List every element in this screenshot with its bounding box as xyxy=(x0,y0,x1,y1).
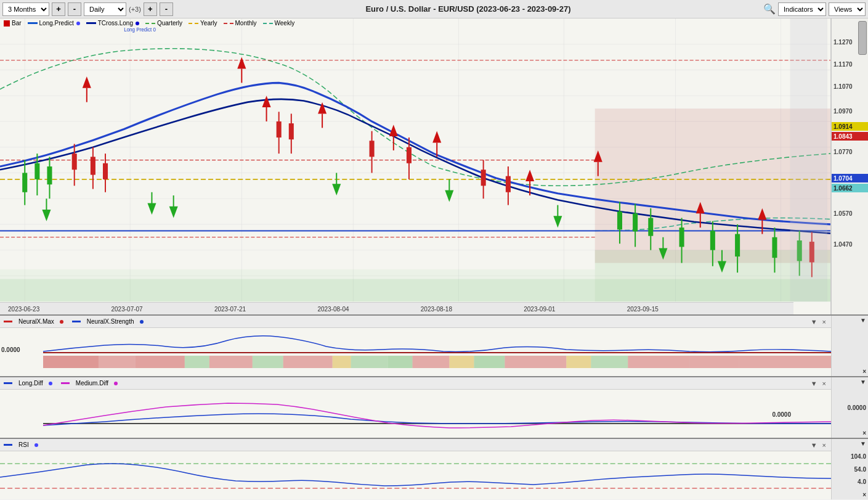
legend-weekly-label: Weekly xyxy=(275,20,295,27)
rsi-high-label: 104.0 xyxy=(851,453,866,460)
svg-rect-73 xyxy=(91,157,95,174)
period-add-button[interactable]: + xyxy=(52,2,65,16)
main-chart-svg: Long Predict 0 xyxy=(0,18,830,314)
quarterly-color xyxy=(145,23,155,24)
svg-rect-138 xyxy=(333,356,351,368)
legend-yearly: Yearly xyxy=(189,20,217,27)
svg-rect-81 xyxy=(370,141,375,157)
svg-rect-106 xyxy=(790,18,827,301)
svg-text:1.0704: 1.0704 xyxy=(834,175,853,182)
neural-collapse-btn[interactable]: ▼ xyxy=(809,318,819,326)
neural-collapse-right[interactable]: ▼ xyxy=(860,317,866,324)
chart-title: Euro / U.S. Dollar - EUR/USD (2023-06-23… xyxy=(176,4,761,14)
svg-rect-135 xyxy=(209,356,253,368)
diff-close-btn[interactable]: × xyxy=(821,380,827,387)
price-axis: 1.1270 1.1170 1.1070 1.0970 1.0914 1.084… xyxy=(831,18,868,314)
rsi-right: ▼ 104.0 54.0 4.0 × xyxy=(831,439,868,499)
period-sub-button[interactable]: - xyxy=(68,2,81,16)
offset-sub-button[interactable]: - xyxy=(160,2,173,16)
diff-collapse-right[interactable]: ▼ xyxy=(860,379,866,385)
legend-monthly: Monthly xyxy=(224,20,257,27)
svg-rect-140 xyxy=(388,356,413,368)
offset-add-button[interactable]: + xyxy=(144,2,157,16)
svg-rect-132 xyxy=(99,356,136,368)
indicators-select[interactable]: Indicators xyxy=(778,2,826,16)
diff-panel: Long.Diff Medium.Diff ▼ × 0.0000 xyxy=(0,377,831,438)
svg-text:1.0914: 1.0914 xyxy=(834,123,853,130)
svg-rect-143 xyxy=(474,356,505,368)
neural-close-right[interactable]: × xyxy=(862,368,866,375)
rsi-chart-area xyxy=(0,451,831,499)
svg-rect-107 xyxy=(0,279,830,302)
svg-text:2023-09-15: 2023-09-15 xyxy=(627,306,659,313)
diff-panel-row: Long.Diff Medium.Diff ▼ × 0.0000 ▼ 0.0 xyxy=(0,376,868,438)
svg-rect-33 xyxy=(47,166,52,184)
rsi-collapse-btn[interactable]: ▼ xyxy=(809,441,819,449)
rsi-line-icon xyxy=(4,444,12,446)
svg-rect-134 xyxy=(185,356,209,368)
mediumdiff-label: Medium.Diff xyxy=(76,380,108,387)
rsi-collapse-right[interactable]: ▼ xyxy=(860,440,866,447)
svg-rect-29 xyxy=(22,173,27,192)
chart-legend: Bar Long.Predict TCross.Long Quarterly Y… xyxy=(4,20,294,27)
svg-rect-31 xyxy=(34,163,39,179)
svg-text:1.0570: 1.0570 xyxy=(834,210,853,217)
rsi-svg xyxy=(0,451,831,499)
diff-chart-area: 0.0000 xyxy=(0,390,831,438)
neuralstrength-line-icon xyxy=(72,321,81,322)
main-chart[interactable]: Bar Long.Predict TCross.Long Quarterly Y… xyxy=(0,18,831,314)
svg-rect-71 xyxy=(72,154,77,170)
diff-zero-label: 0.0000 xyxy=(772,411,791,418)
svg-rect-95 xyxy=(679,227,684,247)
rsi-close-right[interactable]: × xyxy=(862,491,866,498)
legend-bar-label: Bar xyxy=(12,20,22,27)
tcross-color xyxy=(86,22,96,24)
svg-rect-133 xyxy=(136,356,185,368)
svg-rect-79 xyxy=(289,123,294,139)
legend-longpredict: Long.Predict xyxy=(28,20,80,27)
legend-weekly: Weekly xyxy=(263,20,295,27)
monthly-color xyxy=(224,23,233,24)
neural-controls: ▼ × xyxy=(809,318,827,326)
search-icon[interactable]: 🔍 xyxy=(763,3,776,15)
price-axis-svg: 1.1270 1.1170 1.1070 1.0970 1.0914 1.084… xyxy=(832,18,868,302)
rsi-low-label: 4.0 xyxy=(858,478,866,485)
svg-text:1.1270: 1.1270 xyxy=(834,39,853,46)
svg-text:2023-07-07: 2023-07-07 xyxy=(112,306,144,313)
rsi-panel-row: RSI ▼ × ▼ 104.0 54.0 4.0 × xyxy=(0,438,868,499)
scrollbar-thumb[interactable] xyxy=(858,21,867,55)
views-select[interactable]: Views xyxy=(829,2,866,16)
svg-rect-89 xyxy=(617,211,622,229)
timeframe-select[interactable]: Daily Weekly Monthly xyxy=(84,2,126,16)
longpredict-color xyxy=(28,22,38,24)
legend-yearly-label: Yearly xyxy=(200,20,217,27)
period-select[interactable]: 3 Months 1 Month 6 Months 1 Year xyxy=(2,2,49,16)
mediumdiff-line-icon xyxy=(61,382,70,384)
svg-text:1.0770: 1.0770 xyxy=(834,149,853,155)
legend-bar: Bar xyxy=(4,20,22,27)
svg-rect-97 xyxy=(710,231,715,250)
svg-rect-77 xyxy=(277,121,282,137)
diff-close-right[interactable]: × xyxy=(862,430,866,436)
rsi-close-btn[interactable]: × xyxy=(821,441,827,449)
diff-svg xyxy=(43,390,831,438)
neural-close-btn[interactable]: × xyxy=(821,318,827,326)
diff-collapse-btn[interactable]: ▼ xyxy=(809,380,819,387)
svg-text:Long Predict 0: Long Predict 0 xyxy=(124,27,156,33)
toolbar: 3 Months 1 Month 6 Months 1 Year + - Dai… xyxy=(0,0,868,18)
time-axis: 2023-06-23 2023-07-07 2023-07-21 2023-08… xyxy=(0,302,793,314)
diff-zero-right: 0.0000 xyxy=(847,404,866,411)
svg-rect-139 xyxy=(351,356,388,368)
svg-text:1.1170: 1.1170 xyxy=(834,61,853,68)
neuralstrength-label: NeuralX.Strength xyxy=(87,318,134,325)
rsi-mid-label: 54.0 xyxy=(854,466,866,473)
legend-quarterly: Quarterly xyxy=(145,20,182,27)
rsi-label: RSI xyxy=(18,441,29,448)
svg-text:1.0970: 1.0970 xyxy=(834,108,853,115)
longdiff-line-icon xyxy=(4,382,12,384)
svg-text:2023-09-01: 2023-09-01 xyxy=(524,306,556,313)
svg-rect-144 xyxy=(505,356,566,368)
bar-color xyxy=(4,20,10,27)
yearly-color xyxy=(189,23,198,24)
svg-text:2023-08-04: 2023-08-04 xyxy=(317,306,349,313)
